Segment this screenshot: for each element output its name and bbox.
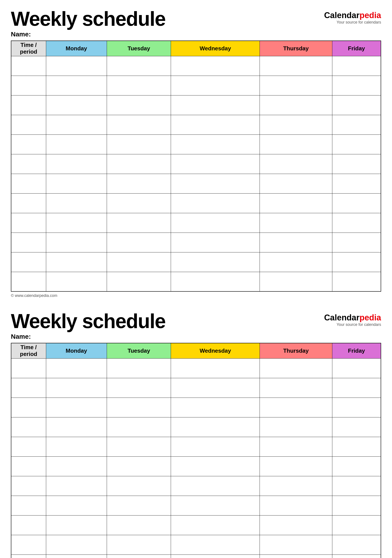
table-cell[interactable] — [260, 417, 332, 437]
table-cell[interactable] — [11, 272, 46, 291]
table-cell[interactable] — [11, 555, 46, 558]
table-cell[interactable] — [332, 252, 381, 272]
table-cell[interactable] — [171, 437, 260, 456]
table-cell[interactable] — [107, 95, 171, 115]
table-cell[interactable] — [11, 56, 46, 76]
table-cell[interactable] — [260, 496, 332, 515]
table-cell[interactable] — [260, 456, 332, 476]
table-cell[interactable] — [332, 456, 381, 476]
table-cell[interactable] — [46, 115, 107, 134]
table-cell[interactable] — [107, 515, 171, 535]
table-cell[interactable] — [107, 213, 171, 233]
table-cell[interactable] — [46, 378, 107, 398]
table-cell[interactable] — [46, 154, 107, 174]
table-cell[interactable] — [11, 174, 46, 193]
table-cell[interactable] — [107, 252, 171, 272]
table-cell[interactable] — [46, 456, 107, 476]
table-cell[interactable] — [107, 378, 171, 398]
table-cell[interactable] — [260, 154, 332, 174]
table-cell[interactable] — [46, 437, 107, 456]
table-cell[interactable] — [107, 76, 171, 95]
table-cell[interactable] — [332, 115, 381, 134]
table-cell[interactable] — [260, 476, 332, 496]
table-cell[interactable] — [107, 417, 171, 437]
table-cell[interactable] — [107, 358, 171, 378]
table-cell[interactable] — [11, 76, 46, 95]
table-cell[interactable] — [332, 476, 381, 496]
table-cell[interactable] — [11, 535, 46, 555]
table-cell[interactable] — [46, 213, 107, 233]
table-cell[interactable] — [260, 233, 332, 252]
table-cell[interactable] — [107, 555, 171, 558]
table-cell[interactable] — [332, 213, 381, 233]
table-cell[interactable] — [171, 417, 260, 437]
table-cell[interactable] — [332, 417, 381, 437]
table-cell[interactable] — [171, 476, 260, 496]
table-cell[interactable] — [107, 398, 171, 417]
table-cell[interactable] — [260, 358, 332, 378]
table-cell[interactable] — [11, 496, 46, 515]
table-cell[interactable] — [332, 358, 381, 378]
table-cell[interactable] — [171, 76, 260, 95]
table-cell[interactable] — [46, 174, 107, 193]
table-cell[interactable] — [332, 56, 381, 76]
table-cell[interactable] — [46, 358, 107, 378]
table-cell[interactable] — [11, 476, 46, 496]
table-cell[interactable] — [260, 555, 332, 558]
table-cell[interactable] — [46, 95, 107, 115]
table-cell[interactable] — [107, 535, 171, 555]
table-cell[interactable] — [260, 134, 332, 154]
table-cell[interactable] — [11, 193, 46, 213]
table-cell[interactable] — [46, 515, 107, 535]
table-cell[interactable] — [107, 476, 171, 496]
table-cell[interactable] — [11, 233, 46, 252]
table-cell[interactable] — [332, 496, 381, 515]
table-cell[interactable] — [46, 555, 107, 558]
table-cell[interactable] — [260, 193, 332, 213]
table-cell[interactable] — [171, 95, 260, 115]
table-cell[interactable] — [260, 378, 332, 398]
table-cell[interactable] — [171, 233, 260, 252]
table-cell[interactable] — [332, 535, 381, 555]
table-cell[interactable] — [171, 272, 260, 291]
table-cell[interactable] — [11, 417, 46, 437]
table-cell[interactable] — [107, 115, 171, 134]
table-cell[interactable] — [171, 535, 260, 555]
table-cell[interactable] — [260, 437, 332, 456]
table-cell[interactable] — [107, 456, 171, 476]
table-cell[interactable] — [171, 515, 260, 535]
table-cell[interactable] — [332, 154, 381, 174]
table-cell[interactable] — [46, 398, 107, 417]
table-cell[interactable] — [46, 252, 107, 272]
table-cell[interactable] — [332, 378, 381, 398]
table-cell[interactable] — [11, 134, 46, 154]
table-cell[interactable] — [332, 134, 381, 154]
table-cell[interactable] — [46, 417, 107, 437]
table-cell[interactable] — [46, 272, 107, 291]
table-cell[interactable] — [46, 496, 107, 515]
table-cell[interactable] — [171, 134, 260, 154]
table-cell[interactable] — [11, 456, 46, 476]
table-cell[interactable] — [46, 76, 107, 95]
table-cell[interactable] — [260, 535, 332, 555]
table-cell[interactable] — [171, 115, 260, 134]
table-cell[interactable] — [46, 56, 107, 76]
table-cell[interactable] — [260, 115, 332, 134]
table-cell[interactable] — [332, 437, 381, 456]
table-cell[interactable] — [171, 56, 260, 76]
table-cell[interactable] — [260, 252, 332, 272]
table-cell[interactable] — [11, 95, 46, 115]
table-cell[interactable] — [171, 555, 260, 558]
table-cell[interactable] — [332, 76, 381, 95]
table-cell[interactable] — [260, 398, 332, 417]
table-cell[interactable] — [171, 378, 260, 398]
table-cell[interactable] — [46, 134, 107, 154]
table-cell[interactable] — [107, 496, 171, 515]
table-cell[interactable] — [171, 252, 260, 272]
table-cell[interactable] — [171, 358, 260, 378]
table-cell[interactable] — [107, 233, 171, 252]
table-cell[interactable] — [260, 56, 332, 76]
table-cell[interactable] — [107, 56, 171, 76]
table-cell[interactable] — [332, 515, 381, 535]
table-cell[interactable] — [46, 233, 107, 252]
